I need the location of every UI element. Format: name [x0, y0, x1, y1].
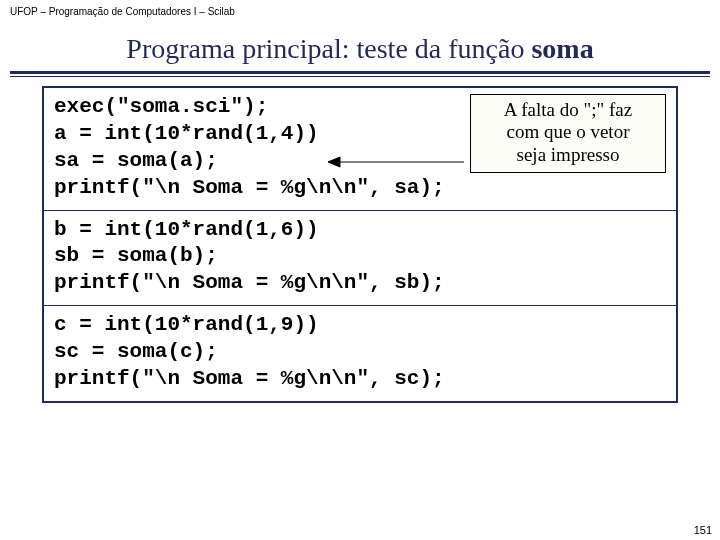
title-underline — [0, 71, 720, 74]
separator — [44, 210, 676, 211]
code-line: sc = soma(c); — [54, 339, 666, 366]
callout-box: A falta do ";" faz com que o vetor seja … — [470, 94, 666, 173]
code-line: b = int(10*rand(1,6)) — [54, 217, 666, 244]
callout-line: seja impresso — [477, 144, 659, 166]
page-number: 151 — [694, 524, 712, 536]
separator — [44, 305, 676, 306]
code-block-3: c = int(10*rand(1,9)) sc = soma(c); prin… — [54, 312, 666, 393]
code-block-2: b = int(10*rand(1,6)) sb = soma(b); prin… — [54, 217, 666, 298]
code-line: c = int(10*rand(1,9)) — [54, 312, 666, 339]
callout-line: A falta do ";" faz — [477, 99, 659, 121]
code-line: printf("\n Soma = %g\n\n", sb); — [54, 270, 666, 297]
code-line: sb = soma(b); — [54, 243, 666, 270]
code-line: printf("\n Soma = %g\n\n", sc); — [54, 366, 666, 393]
code-box: A falta do ";" faz com que o vetor seja … — [42, 86, 678, 403]
title-text: Programa principal: teste da função — [126, 33, 531, 64]
callout-line: com que o vetor — [477, 121, 659, 143]
code-line: printf("\n Soma = %g\n\n", sa); — [54, 175, 666, 202]
title-bold: soma — [531, 33, 593, 64]
slide-header: UFOP – Programação de Computadores I – S… — [0, 0, 720, 17]
slide-title: Programa principal: teste da função soma — [0, 17, 720, 71]
